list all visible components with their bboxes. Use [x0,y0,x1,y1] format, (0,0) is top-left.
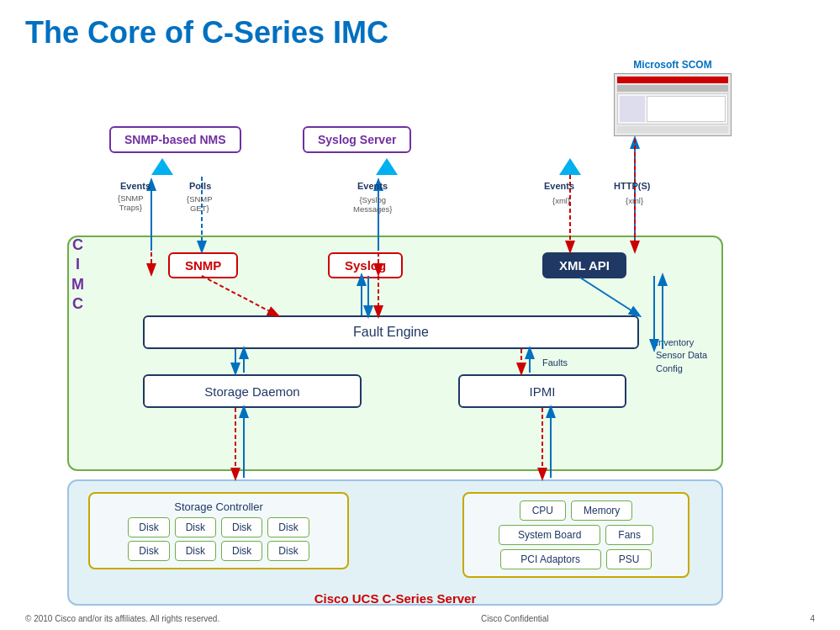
triangle-syslog [376,158,398,175]
cimc-label: C I M C [71,236,84,315]
scom-sidebar [620,96,645,122]
https-label: HTTP(S) [614,181,650,191]
scom-row-2 [617,85,728,92]
polls-label: Polls [189,181,211,191]
fans-item: Fans [605,525,653,545]
hw-row-2: System Board Fans [471,525,681,545]
scom-screenshot [614,73,732,136]
syslog-messages-label: {SyslogMessages} [353,195,392,214]
xml-label-1: {xml} [552,196,570,205]
events-label-3: Events [544,181,574,191]
snmp-traps-label: {SNMPTraps} [118,193,144,212]
syslog-box: Syslog [328,252,403,278]
xml-label-2: {xml} [626,196,643,205]
scom-box: Microsoft SCOM [605,59,740,136]
diagram: Microsoft SCOM SNMP-based NMS Syslog Ser… [25,59,816,597]
ipmi-box: IPMI [458,374,626,408]
disk-item: Disk [175,541,216,561]
page-title: The Core of C-Series IMC [25,15,815,50]
server-bottom-label: Cisco UCS C-Series Server [67,591,723,606]
snmp-box: SNMP [168,252,238,278]
nms-box: SNMP-based NMS [109,126,241,153]
disk-item: Disk [128,541,169,561]
disk-item: Disk [267,517,309,537]
footer-left: © 2010 Cisco and/or its affiliates. All … [25,614,219,623]
scom-main [647,96,726,122]
pci-adaptors-item: PCI Adaptors [500,549,601,569]
disk-grid: Disk Disk Disk Disk Disk Disk Disk Disk [97,517,341,561]
xmlapi-box: XML API [542,252,626,278]
storage-daemon-box: Storage Daemon [143,374,362,408]
triangle-snmp [151,158,173,175]
fault-engine-box: Fault Engine [143,315,639,349]
system-board-item: System Board [499,525,600,545]
scom-content [617,93,728,124]
storage-section: Storage Controller Disk Disk Disk Disk D… [88,492,349,569]
memory-item: Memory [571,500,632,521]
cpu-item: CPU [520,500,566,521]
hw-section: CPU Memory System Board Fans PCI Adaptor… [462,492,689,578]
storage-section-title: Storage Controller [97,500,341,513]
events-label-2: Events [357,181,388,191]
disk-item: Disk [267,541,309,561]
hw-row-1: CPU Memory [471,500,681,521]
disk-row-1: Disk Disk Disk Disk [97,517,341,537]
psu-item: PSU [606,549,652,569]
snmp-get-label: {SNMPGET} [187,194,213,213]
footer-center: Cisco Confidential [481,614,549,623]
syslog-server-box-wrapper: Syslog Server [303,126,411,153]
footer-right: 4 [810,614,815,623]
events-label-1: Events [120,181,151,191]
disk-item: Disk [221,517,262,537]
page: The Core of C-Series IMC Microsoft SCOM … [0,0,840,630]
scom-row-1 [617,77,728,83]
triangle-xmlapi [559,158,581,175]
disk-item: Disk [175,517,216,537]
nms-box-wrapper: SNMP-based NMS [109,126,241,153]
hw-row-3: PCI Adaptors PSU [471,549,681,569]
syslog-server-box: Syslog Server [303,126,411,153]
scom-row-3 [617,126,728,133]
footer: © 2010 Cisco and/or its affiliates. All … [25,614,815,623]
faults-label: Faults [542,357,568,368]
disk-item: Disk [128,517,169,537]
inventory-label: InventorySensor DataConfig [656,336,707,375]
disk-row-2: Disk Disk Disk Disk [97,541,341,561]
scom-label: Microsoft SCOM [605,59,740,71]
disk-item: Disk [221,541,262,561]
hw-grid: CPU Memory System Board Fans PCI Adaptor… [471,500,681,569]
